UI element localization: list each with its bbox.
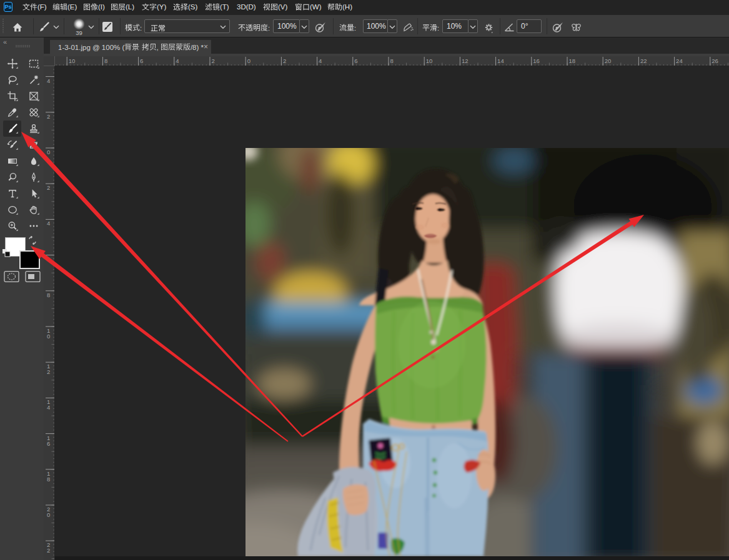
svg-text:2: 2 (47, 184, 50, 191)
svg-text:8: 8 (104, 57, 107, 64)
svg-text:6: 6 (140, 57, 143, 64)
svg-text:6: 6 (47, 256, 50, 263)
svg-text:8: 8 (47, 476, 50, 483)
svg-text:0: 0 (247, 57, 250, 64)
svg-text:6: 6 (47, 440, 50, 447)
svg-text:2: 2 (47, 113, 50, 120)
svg-text:10: 10 (426, 57, 433, 64)
svg-text:2: 2 (212, 57, 215, 64)
svg-text:22: 22 (640, 57, 647, 64)
svg-text:4: 4 (47, 404, 50, 411)
svg-text:2: 2 (47, 547, 50, 554)
svg-text:2: 2 (47, 368, 50, 375)
svg-text:4: 4 (47, 77, 50, 84)
svg-text:8: 8 (47, 292, 50, 298)
svg-text:4: 4 (47, 220, 50, 227)
svg-text:0: 0 (47, 333, 50, 340)
svg-text:14: 14 (497, 57, 504, 64)
svg-text:8: 8 (390, 57, 394, 64)
svg-text:4: 4 (319, 57, 322, 64)
svg-text:18: 18 (569, 57, 576, 64)
svg-text:10: 10 (69, 57, 76, 64)
svg-text:20: 20 (605, 57, 612, 64)
svg-text:0: 0 (47, 149, 50, 155)
svg-text:0: 0 (47, 511, 50, 518)
svg-text:2: 2 (283, 57, 286, 64)
svg-text:6: 6 (354, 57, 357, 64)
svg-text:26: 26 (712, 57, 718, 64)
svg-text:12: 12 (462, 57, 469, 64)
svg-text:24: 24 (676, 57, 683, 64)
svg-text:16: 16 (533, 57, 540, 64)
svg-text:4: 4 (176, 57, 179, 64)
